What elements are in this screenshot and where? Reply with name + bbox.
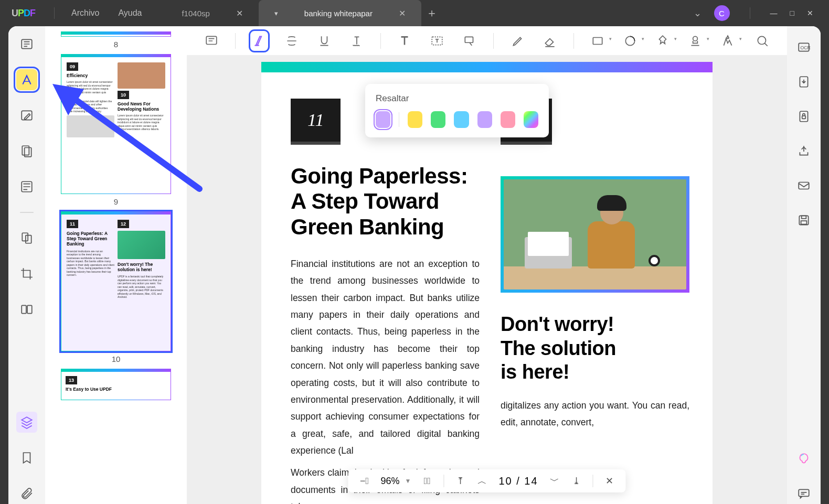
- svg-rect-24: [801, 221, 807, 224]
- color-swatch-green[interactable]: [431, 111, 445, 128]
- current-page[interactable]: 10: [498, 475, 512, 487]
- first-page-button[interactable]: ⤒: [454, 475, 466, 487]
- add-tab-button[interactable]: ＋: [421, 0, 442, 26]
- pencil-button[interactable]: [508, 31, 526, 51]
- avatar-letter: C: [719, 9, 725, 18]
- ocr-button[interactable]: OCR: [793, 37, 814, 58]
- window-close-button[interactable]: ✕: [807, 9, 813, 17]
- email-button[interactable]: [793, 175, 814, 196]
- signature-button[interactable]: [719, 31, 737, 51]
- highlight-popover: Resaltar: [365, 84, 549, 137]
- pin-button[interactable]: [654, 31, 672, 51]
- svg-rect-5: [22, 233, 28, 241]
- figure-image: [501, 176, 689, 293]
- search-button[interactable]: [753, 31, 771, 51]
- shape-circle-button[interactable]: [621, 31, 639, 51]
- close-tab-icon[interactable]: ✕: [399, 8, 406, 18]
- thumb-number: 10: [61, 355, 171, 363]
- color-swatch-purple[interactable]: [376, 111, 390, 128]
- thumbnail-11[interactable]: 13 It's Easy to Use UPDF: [61, 369, 171, 400]
- mini-title: Don't worry! The solution is here!: [118, 262, 165, 272]
- close-navigator-button[interactable]: ✕: [604, 475, 615, 487]
- tab-inactive[interactable]: f1040sp ✕: [166, 0, 258, 26]
- window-maximize-button[interactable]: □: [790, 9, 794, 17]
- mini-title: Going Paperless: A Step Toward Green Ban…: [67, 231, 114, 247]
- annotation-toolbar: [187, 26, 787, 56]
- tabs-overflow-icon[interactable]: ⌄: [694, 7, 702, 19]
- mini-title: Efficiency: [67, 73, 114, 78]
- text-button[interactable]: [396, 31, 413, 51]
- svg-rect-20: [802, 116, 806, 119]
- close-tab-icon[interactable]: ✕: [236, 8, 243, 18]
- svg-point-15: [758, 36, 766, 44]
- thumbnail-10[interactable]: 11 Going Paperless: A Step Toward Green …: [61, 211, 171, 363]
- svg-rect-8: [27, 305, 32, 313]
- page-tools-button[interactable]: [16, 141, 37, 162]
- svg-rect-19: [800, 111, 807, 122]
- shape-rect-button[interactable]: [589, 31, 607, 51]
- window-minimize-button[interactable]: —: [770, 9, 778, 17]
- thumbnail-8[interactable]: 8: [61, 31, 171, 49]
- ai-assistant-button[interactable]: [793, 448, 814, 469]
- menu-ayuda[interactable]: Ayuda: [118, 8, 142, 18]
- tab-chevron-icon[interactable]: ▾: [274, 9, 278, 17]
- menu-archivo[interactable]: Archivo: [71, 8, 99, 18]
- color-swatch-lilac[interactable]: [477, 111, 492, 128]
- comment-mode-button[interactable]: [16, 69, 37, 90]
- reader-mode-button[interactable]: [16, 34, 37, 55]
- color-swatch-blue[interactable]: [454, 111, 469, 128]
- svg-rect-9: [206, 36, 217, 44]
- color-swatch-custom[interactable]: [524, 111, 538, 128]
- chat-button[interactable]: [793, 483, 814, 504]
- zoom-out-button[interactable]: −⃝: [358, 475, 370, 487]
- zoom-dropdown-icon[interactable]: ▼: [405, 477, 411, 485]
- annotation-arrow: [42, 79, 210, 201]
- tab-strip: f1040sp ✕ ▾ banking whitepapar ✕ ＋: [166, 0, 442, 26]
- thumb-number: 8: [61, 40, 171, 49]
- share-button[interactable]: [793, 141, 814, 162]
- edit-mode-button[interactable]: [16, 105, 37, 126]
- total-pages: 14: [524, 475, 538, 487]
- stamp-button[interactable]: [686, 31, 704, 51]
- color-swatch-pink[interactable]: [501, 111, 515, 128]
- section-number-badge: 11: [291, 99, 341, 145]
- mini-badge: 09: [67, 62, 78, 71]
- crop-button[interactable]: [16, 263, 37, 284]
- layers-button[interactable]: [16, 412, 37, 433]
- compare-button[interactable]: [16, 299, 37, 320]
- export-button[interactable]: [793, 71, 814, 92]
- form-tools-button[interactable]: [16, 176, 37, 197]
- callout-button[interactable]: [461, 31, 479, 51]
- prev-page-button[interactable]: ︿: [476, 475, 488, 487]
- attachment-button[interactable]: [16, 483, 37, 504]
- mini-badge: 11: [67, 220, 78, 228]
- highlight-button[interactable]: [250, 31, 268, 51]
- last-page-button[interactable]: ⤓: [571, 475, 582, 487]
- squiggly-button[interactable]: [348, 31, 366, 51]
- bookmark-button[interactable]: [16, 447, 37, 468]
- underline-button[interactable]: [315, 31, 333, 51]
- strikethrough-button[interactable]: [283, 31, 301, 51]
- color-swatch-yellow[interactable]: [408, 111, 422, 128]
- svg-line-26: [68, 94, 199, 189]
- mini-text: Financial institutions are not an except…: [67, 250, 114, 277]
- svg-rect-6: [26, 235, 31, 243]
- save-button[interactable]: [793, 210, 814, 231]
- svg-rect-12: [593, 37, 602, 44]
- zoom-in-button[interactable]: ＋⃝: [421, 475, 433, 487]
- protect-button[interactable]: [793, 106, 814, 127]
- avatar[interactable]: C: [714, 5, 730, 21]
- tab-active[interactable]: ▾ banking whitepapar ✕: [259, 0, 421, 26]
- popover-title: Resaltar: [376, 93, 538, 104]
- note-button[interactable]: [203, 31, 220, 51]
- titlebar: UPDF Archivo Ayuda f1040sp ✕ ▾ banking w…: [0, 0, 829, 26]
- page-header-gradient: [261, 62, 713, 72]
- textbox-button[interactable]: [428, 31, 446, 51]
- organize-pages-button[interactable]: [16, 228, 37, 249]
- zoom-value: 96%: [380, 476, 399, 487]
- next-page-button[interactable]: ﹀: [549, 475, 560, 487]
- eraser-button[interactable]: [541, 31, 559, 51]
- svg-rect-25: [799, 489, 809, 496]
- mini-badge: 13: [66, 376, 77, 384]
- body-text: digitalizes any action you want. You can…: [501, 397, 689, 431]
